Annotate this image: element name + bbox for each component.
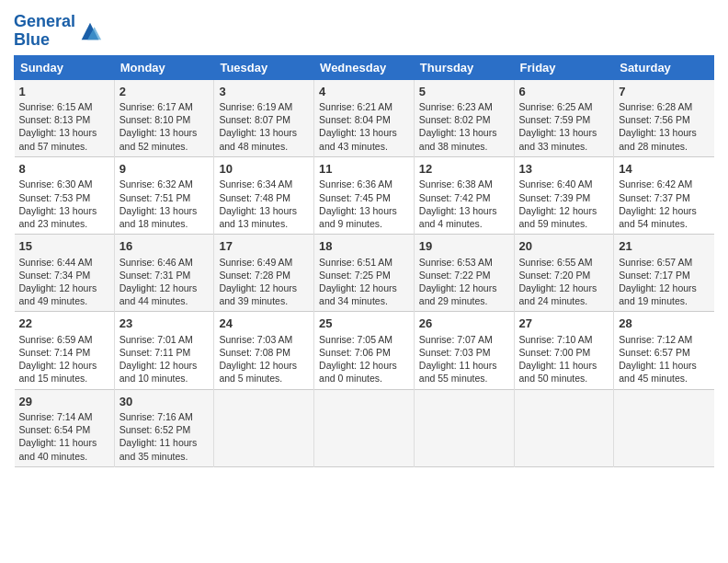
sunrise-label: Sunrise: 6:30 AM: [19, 178, 93, 190]
day-cell: 19 Sunrise: 6:53 AM Sunset: 7:22 PM Dayl…: [414, 235, 514, 312]
daylight-label: Daylight: 13 hours and 13 minutes.: [219, 205, 297, 229]
daylight-label: Daylight: 13 hours and 9 minutes.: [319, 205, 397, 229]
sunrise-label: Sunrise: 7:16 AM: [119, 411, 193, 422]
daylight-label: Daylight: 11 hours and 40 minutes.: [19, 437, 97, 461]
sunset-label: Sunset: 7:17 PM: [619, 270, 690, 281]
sunset-label: Sunset: 7:03 PM: [419, 347, 491, 358]
sunrise-label: Sunrise: 6:17 AM: [119, 101, 193, 112]
day-cell: [214, 389, 314, 466]
day-number: 16: [119, 238, 210, 255]
day-number: 11: [319, 161, 409, 178]
daylight-label: Daylight: 13 hours and 57 minutes.: [19, 127, 97, 151]
day-cell: 23 Sunrise: 7:01 AM Sunset: 7:11 PM Dayl…: [114, 312, 214, 389]
daylight-label: Daylight: 12 hours and 34 minutes.: [319, 282, 397, 306]
daylight-label: Daylight: 12 hours and 29 minutes.: [419, 282, 497, 306]
day-cell: 26 Sunrise: 7:07 AM Sunset: 7:03 PM Dayl…: [414, 312, 514, 389]
day-cell: 30 Sunrise: 7:16 AM Sunset: 6:52 PM Dayl…: [114, 389, 214, 466]
day-cell: 16 Sunrise: 6:46 AM Sunset: 7:31 PM Dayl…: [114, 235, 214, 312]
daylight-label: Daylight: 12 hours and 59 minutes.: [519, 205, 597, 229]
sunset-label: Sunset: 7:39 PM: [519, 192, 591, 203]
day-cell: [414, 389, 514, 466]
sunset-label: Sunset: 7:28 PM: [219, 270, 290, 281]
sunrise-label: Sunrise: 6:40 AM: [519, 178, 593, 190]
sunrise-label: Sunrise: 6:44 AM: [19, 257, 93, 268]
day-header-tuesday: Tuesday: [214, 55, 314, 79]
daylight-label: Daylight: 13 hours and 48 minutes.: [219, 127, 297, 151]
sunset-label: Sunset: 7:08 PM: [219, 347, 290, 358]
daylight-label: Daylight: 11 hours and 35 minutes.: [119, 437, 198, 461]
sunset-label: Sunset: 7:22 PM: [419, 270, 491, 281]
sunrise-label: Sunrise: 7:03 AM: [219, 334, 292, 345]
day-cell: 24 Sunrise: 7:03 AM Sunset: 7:08 PM Dayl…: [214, 312, 314, 389]
day-number: 10: [219, 161, 309, 178]
day-number: 9: [119, 161, 210, 178]
sunrise-label: Sunrise: 7:12 AM: [619, 334, 692, 345]
sunset-label: Sunset: 7:37 PM: [619, 192, 690, 203]
day-cell: [314, 389, 415, 466]
daylight-label: Daylight: 12 hours and 15 minutes.: [19, 360, 97, 384]
day-cell: 21 Sunrise: 6:57 AM Sunset: 7:17 PM Dayl…: [614, 235, 714, 312]
day-number: 25: [319, 316, 409, 332]
daylight-label: Daylight: 12 hours and 24 minutes.: [519, 282, 597, 306]
day-cell: 12 Sunrise: 6:38 AM Sunset: 7:42 PM Dayl…: [414, 156, 514, 234]
day-number: 27: [519, 316, 609, 332]
day-cell: 17 Sunrise: 6:49 AM Sunset: 7:28 PM Dayl…: [214, 235, 314, 312]
day-number: 14: [619, 161, 709, 178]
week-row-1: 1 Sunrise: 6:15 AM Sunset: 8:13 PM Dayli…: [15, 79, 714, 156]
day-cell: 14 Sunrise: 6:42 AM Sunset: 7:37 PM Dayl…: [614, 156, 714, 234]
sunrise-label: Sunrise: 6:59 AM: [19, 334, 93, 345]
day-header-sunday: Sunday: [15, 55, 115, 79]
day-cell: 28 Sunrise: 7:12 AM Sunset: 6:57 PM Dayl…: [614, 312, 714, 389]
day-number: 4: [319, 84, 409, 100]
day-cell: 10 Sunrise: 6:34 AM Sunset: 7:48 PM Dayl…: [214, 156, 314, 234]
day-number: 1: [19, 84, 109, 100]
sunrise-label: Sunrise: 7:14 AM: [19, 411, 93, 422]
sunset-label: Sunset: 7:00 PM: [519, 347, 591, 358]
day-cell: 8 Sunrise: 6:30 AM Sunset: 7:53 PM Dayli…: [15, 156, 115, 234]
sunrise-label: Sunrise: 7:05 AM: [319, 334, 392, 345]
sunset-label: Sunset: 6:54 PM: [19, 424, 91, 435]
day-number: 12: [419, 161, 509, 178]
day-cell: 22 Sunrise: 6:59 AM Sunset: 7:14 PM Dayl…: [15, 312, 115, 389]
day-header-friday: Friday: [514, 55, 614, 79]
daylight-label: Daylight: 12 hours and 44 minutes.: [119, 282, 198, 306]
sunrise-label: Sunrise: 6:57 AM: [619, 257, 692, 268]
daylight-label: Daylight: 12 hours and 54 minutes.: [619, 205, 697, 229]
sunrise-label: Sunrise: 6:51 AM: [319, 257, 392, 268]
sunset-label: Sunset: 7:20 PM: [519, 270, 591, 281]
daylight-label: Daylight: 12 hours and 0 minutes.: [319, 360, 397, 384]
daylight-label: Daylight: 11 hours and 50 minutes.: [519, 360, 597, 384]
day-header-monday: Monday: [114, 55, 214, 79]
daylight-label: Daylight: 13 hours and 38 minutes.: [419, 127, 497, 151]
sunrise-label: Sunrise: 6:15 AM: [19, 101, 93, 112]
day-cell: 4 Sunrise: 6:21 AM Sunset: 8:04 PM Dayli…: [314, 79, 415, 156]
daylight-label: Daylight: 12 hours and 10 minutes.: [119, 360, 198, 384]
daylight-label: Daylight: 13 hours and 4 minutes.: [419, 205, 497, 229]
sunset-label: Sunset: 7:51 PM: [119, 192, 191, 203]
sunrise-label: Sunrise: 6:42 AM: [619, 178, 692, 190]
sunrise-label: Sunrise: 6:19 AM: [219, 101, 292, 112]
sunset-label: Sunset: 8:10 PM: [119, 114, 191, 125]
day-number: 3: [219, 84, 309, 100]
sunrise-label: Sunrise: 6:55 AM: [519, 257, 593, 268]
sunset-label: Sunset: 7:14 PM: [19, 347, 91, 358]
day-header-saturday: Saturday: [614, 55, 714, 79]
daylight-label: Daylight: 13 hours and 23 minutes.: [19, 205, 97, 229]
sunrise-label: Sunrise: 6:34 AM: [219, 178, 292, 190]
day-cell: 27 Sunrise: 7:10 AM Sunset: 7:00 PM Dayl…: [514, 312, 614, 389]
sunset-label: Sunset: 7:11 PM: [119, 347, 191, 358]
daylight-label: Daylight: 11 hours and 55 minutes.: [419, 360, 497, 384]
calendar-table: SundayMondayTuesdayWednesdayThursdayFrid…: [14, 55, 714, 467]
day-cell: 29 Sunrise: 7:14 AM Sunset: 6:54 PM Dayl…: [15, 389, 115, 466]
week-row-5: 29 Sunrise: 7:14 AM Sunset: 6:54 PM Dayl…: [15, 389, 714, 466]
day-cell: 7 Sunrise: 6:28 AM Sunset: 7:56 PM Dayli…: [614, 79, 714, 156]
sunset-label: Sunset: 7:53 PM: [19, 192, 91, 203]
day-cell: 1 Sunrise: 6:15 AM Sunset: 8:13 PM Dayli…: [15, 79, 115, 156]
day-number: 5: [419, 84, 509, 100]
day-number: 29: [19, 394, 109, 410]
sunrise-label: Sunrise: 7:07 AM: [419, 334, 493, 345]
logo-icon: [77, 18, 103, 44]
sunset-label: Sunset: 6:57 PM: [619, 347, 690, 358]
day-number: 15: [19, 238, 109, 255]
day-number: 6: [519, 84, 609, 100]
